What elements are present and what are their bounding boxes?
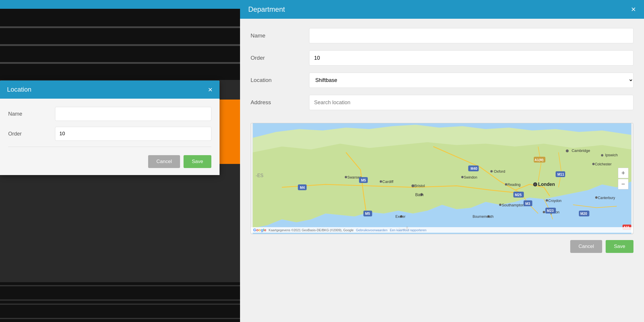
- svg-point-7: [592, 163, 595, 165]
- dept-name-input[interactable]: [309, 28, 633, 43]
- svg-text:Bath: Bath: [415, 192, 424, 197]
- location-modal: Location × Name Order Cancel Save: [0, 80, 220, 175]
- dept-location-label: Location: [251, 77, 309, 83]
- svg-text:Bristol: Bristol: [415, 184, 425, 188]
- svg-text:M5: M5: [361, 178, 366, 182]
- svg-text:Oxford: Oxford: [494, 169, 505, 174]
- svg-text:M4: M4: [300, 186, 305, 190]
- svg-text:Swindon: Swindon: [464, 175, 477, 179]
- svg-point-9: [490, 170, 493, 172]
- svg-text:Reading: Reading: [508, 183, 520, 187]
- department-cancel-button[interactable]: Cancel: [570, 240, 602, 253]
- location-modal-title: Location: [7, 86, 31, 93]
- map-container: Cambridge Ipswich Colchester Oxford Lond…: [251, 123, 633, 234]
- svg-point-12: [534, 183, 536, 186]
- dept-location-row: Location Shiftbase: [251, 73, 633, 88]
- location-order-input[interactable]: [55, 127, 211, 141]
- location-modal-close-button[interactable]: ×: [208, 86, 213, 93]
- location-name-label: Name: [8, 111, 55, 117]
- right-panel: Department × Name Order Location Shiftba…: [240, 0, 644, 322]
- location-order-label: Order: [8, 131, 55, 137]
- map-attribution-text: Kaartgegevens ©2021 GeoBasis-DE/BKG (©20…: [269, 228, 354, 232]
- location-save-button[interactable]: Save: [184, 155, 211, 168]
- dept-location-select[interactable]: Shiftbase: [309, 73, 633, 88]
- dept-address-row: Address: [251, 95, 633, 110]
- svg-text:Colchester: Colchester: [595, 162, 612, 166]
- bbar: [0, 286, 240, 299]
- dept-order-label: Order: [251, 55, 309, 61]
- svg-text:Canterbury: Canterbury: [598, 196, 615, 200]
- svg-text:M20: M20: [580, 212, 588, 216]
- svg-point-18: [412, 184, 415, 187]
- svg-text:M23: M23: [547, 209, 554, 213]
- bbar: [0, 319, 240, 322]
- svg-text:M25: M25: [515, 193, 522, 197]
- map-report-link[interactable]: Een kaartfout rapporteren: [390, 228, 427, 232]
- svg-point-32: [595, 196, 597, 199]
- svg-text:M11: M11: [557, 172, 564, 177]
- map-zoom-out-button[interactable]: −: [618, 179, 628, 189]
- black-bar-1: [0, 9, 240, 26]
- svg-text:Cardiff: Cardiff: [382, 179, 393, 184]
- map-terms-link[interactable]: Gebruiksvoorwaarden: [356, 228, 388, 232]
- svg-text:-ES: -ES: [256, 173, 263, 178]
- dept-name-label: Name: [251, 32, 309, 39]
- dept-address-label: Address: [251, 99, 309, 106]
- location-modal-footer: Cancel Save: [8, 153, 211, 169]
- bbar: [0, 301, 240, 304]
- department-modal-header: Department ×: [240, 0, 644, 19]
- bbar: [0, 282, 240, 285]
- orange-bar: [217, 100, 240, 164]
- top-blue-bar: [0, 0, 240, 9]
- svg-point-22: [345, 176, 347, 178]
- location-name-row: Name: [8, 107, 211, 121]
- department-save-button[interactable]: Save: [606, 240, 633, 253]
- map-zoom-in-button[interactable]: +: [618, 168, 628, 178]
- svg-text:Exeter: Exeter: [395, 215, 405, 219]
- dept-order-input[interactable]: [309, 50, 633, 66]
- svg-point-5: [601, 154, 603, 156]
- svg-point-20: [380, 180, 382, 183]
- black-bar-3: [0, 28, 240, 44]
- black-bar-5: [0, 46, 240, 62]
- svg-text:Londen: Londen: [538, 182, 555, 187]
- map-zoom-controls: + −: [618, 168, 628, 189]
- svg-text:Bournemouth: Bournemouth: [472, 215, 494, 219]
- map-svg: Cambridge Ipswich Colchester Oxford Lond…: [251, 123, 633, 234]
- dept-address-input[interactable]: [309, 95, 633, 110]
- svg-text:Ipswich: Ipswich: [605, 153, 618, 157]
- svg-text:Southampton: Southampton: [502, 203, 524, 207]
- dept-name-row: Name: [251, 28, 633, 43]
- svg-point-16: [461, 176, 464, 178]
- location-form-divider: [8, 147, 211, 147]
- location-modal-header: Location ×: [0, 80, 220, 99]
- department-modal-body: Name Order Location Shiftbase Address: [240, 19, 644, 123]
- location-name-input[interactable]: [55, 107, 211, 121]
- svg-text:M3: M3: [525, 202, 530, 206]
- svg-text:Cambridge: Cambridge: [572, 148, 590, 153]
- svg-point-14: [505, 183, 507, 186]
- svg-text:M40: M40: [470, 167, 477, 171]
- svg-point-3: [566, 150, 569, 153]
- map-attribution: Google Kaartgegevens ©2021 GeoBasis-DE/B…: [251, 227, 633, 233]
- google-logo: Google: [253, 228, 266, 232]
- department-modal-title: Department: [248, 5, 285, 13]
- svg-text:M5: M5: [365, 212, 370, 216]
- svg-point-26: [499, 204, 501, 206]
- location-cancel-button[interactable]: Cancel: [148, 155, 180, 168]
- svg-point-30: [546, 199, 548, 202]
- black-bar-7: [0, 64, 240, 80]
- location-order-row: Order: [8, 127, 211, 141]
- location-modal-body: Name Order Cancel Save: [0, 99, 220, 175]
- svg-text:A1(M): A1(M): [535, 158, 544, 162]
- bottom-black-rows: [0, 282, 240, 322]
- department-modal-footer: Cancel Save: [240, 234, 644, 259]
- department-modal-close-button[interactable]: ×: [631, 5, 636, 14]
- svg-text:Croydon: Croydon: [548, 199, 561, 203]
- dept-order-row: Order: [251, 50, 633, 66]
- bbar: [0, 305, 240, 318]
- svg-point-28: [543, 211, 545, 213]
